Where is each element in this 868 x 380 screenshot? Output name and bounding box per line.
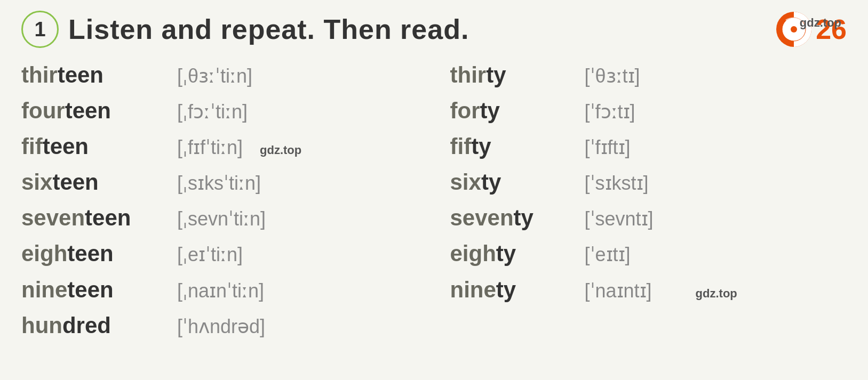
word-plain-forty: for <box>450 98 480 123</box>
word-plain-seventy: seven <box>450 205 514 230</box>
word-bold-sixty: ty <box>481 169 501 195</box>
header-text: Listen and repeat. Then read. <box>68 13 469 45</box>
word-eighty: eighty <box>450 236 573 271</box>
phonetic-thirteen: [ˌθɜːˈtiːn] <box>177 61 252 91</box>
watermark-bottom-right: gdz.top <box>696 285 737 303</box>
word-row-fifty: fifty [ˈfɪftɪ] <box>450 129 847 164</box>
phonetic-forty: [ˈfɔːtɪ] <box>585 97 635 127</box>
word-bold-seventeen: teen <box>85 205 131 230</box>
phonetic-nineteen: [ˌnaɪnˈtiːn] <box>177 276 264 306</box>
word-row-forty: forty [ˈfɔːtɪ] <box>450 93 847 128</box>
word-bold-eighty: ty <box>496 241 516 266</box>
word-row-sixty: sixty [ˈsɪkstɪ] <box>450 165 847 199</box>
phonetic-seventy: [ˈsevntɪ] <box>585 204 654 234</box>
word-row-nineteen: nineteen [ˌnaɪnˈtiːn] <box>21 272 418 307</box>
phonetic-fourteen: [ˌfɔːˈtiːn] <box>177 97 248 127</box>
word-thirteen: thirteen <box>21 58 165 92</box>
word-plain-fourteen: four <box>21 98 65 123</box>
phonetic-fifteen: [ˌfɪfˈtiːn] <box>177 133 243 163</box>
word-plain-sixteen: six <box>21 169 52 195</box>
word-row-thirteen: thirteen [ˌθɜːˈtiːn] <box>21 58 418 92</box>
svg-point-3 <box>791 26 797 33</box>
word-plain-eighty: eigh <box>450 241 496 266</box>
word-bold-fifty: ty <box>471 134 491 159</box>
word-plain-fifty: fif <box>450 134 472 159</box>
word-row-sixteen: sixteen [ˌsɪksˈtiːn] <box>21 165 418 199</box>
page-container: 1 Listen and repeat. Then read. 26 gdz.t… <box>21 11 847 343</box>
word-row-eighteen: eighteen [ˌeɪˈtiːn] <box>21 236 418 271</box>
word-row-thirty: thirty [ˈθɜːtɪ] <box>450 58 847 92</box>
word-fifty: fifty <box>450 129 573 164</box>
watermark-middle-left: gdz.top <box>260 141 301 159</box>
word-bold-thirty: ty <box>486 62 506 87</box>
word-bold-forty: ty <box>480 98 500 123</box>
word-bold-ninety: ty <box>496 277 516 302</box>
phonetic-thirty: [ˈθɜːtɪ] <box>585 61 640 91</box>
word-bold-sixteen: teen <box>52 169 98 195</box>
word-plain-thirty: thir <box>450 62 487 87</box>
phonetic-hundred: [ˈhʌndrəd] <box>177 312 265 342</box>
word-row-hundred: hundred [ˈhʌndrəd] <box>21 308 418 343</box>
phonetic-sixteen: [ˌsɪksˈtiːn] <box>177 168 261 198</box>
word-seventeen: seventeen <box>21 200 165 235</box>
left-words-column: thirteen [ˌθɜːˈtiːn] fourteen [ˌfɔːˈtiːn… <box>21 58 418 343</box>
word-row-seventeen: seventeen [ˌsevnˈtiːn] <box>21 200 418 235</box>
word-eighteen: eighteen <box>21 236 165 271</box>
phonetic-fifty: [ˈfɪftɪ] <box>585 133 631 163</box>
word-plain-ninety: nine <box>450 277 496 302</box>
word-plain-seventeen: seven <box>21 205 85 230</box>
word-plain-sixty: six <box>450 169 481 195</box>
header-row: 1 Listen and repeat. Then read. 26 <box>21 11 847 48</box>
phonetic-sixty: [ˈsɪkstɪ] <box>585 168 649 198</box>
word-row-seventy: seventy [ˈsevntɪ] <box>450 200 847 235</box>
word-bold-nineteen: teen <box>67 277 113 302</box>
word-ninety: ninety <box>450 272 573 307</box>
word-plain-fifteen: fif <box>21 134 43 159</box>
word-forty: forty <box>450 93 573 128</box>
word-row-fourteen: fourteen [ˌfɔːˈtiːn] <box>21 93 418 128</box>
phonetic-ninety: [ˈnaɪntɪ] <box>585 276 652 306</box>
word-row-eighty: eighty [ˈeɪtɪ] <box>450 236 847 271</box>
phonetic-eighty: [ˈeɪtɪ] <box>585 240 631 270</box>
word-sixty: sixty <box>450 165 573 199</box>
word-plain-hundred: hun <box>21 313 62 338</box>
exercise-number: 1 <box>34 18 45 41</box>
word-bold-fifteen: teen <box>43 134 89 159</box>
word-nineteen: nineteen <box>21 272 165 307</box>
right-words-column: thirty [ˈθɜːtɪ] forty [ˈfɔːtɪ] fifty [ˈf… <box>418 58 847 343</box>
word-seventy: seventy <box>450 200 573 235</box>
word-plain-eighteen: eigh <box>21 241 67 266</box>
word-thirty: thirty <box>450 58 573 92</box>
word-row-ninety: ninety [ˈnaɪntɪ] gdz.top <box>450 272 847 307</box>
word-bold-hundred: dred <box>62 313 111 338</box>
word-fifteen: fifteen <box>21 129 165 164</box>
word-bold-seventy: ty <box>514 205 533 230</box>
word-sixteen: sixteen <box>21 165 165 199</box>
phonetic-eighteen: [ˌeɪˈtiːn] <box>177 240 243 270</box>
word-bold-thirteen: teen <box>58 62 103 87</box>
words-section: thirteen [ˌθɜːˈtiːn] fourteen [ˌfɔːˈtiːn… <box>21 58 847 343</box>
word-bold-eighteen: teen <box>67 241 113 266</box>
word-plain-nineteen: nine <box>21 277 67 302</box>
word-plain-thirteen: thir <box>21 62 58 87</box>
phonetic-seventeen: [ˌsevnˈtiːn] <box>177 204 266 234</box>
watermark-top-right: gdz.top <box>800 16 841 30</box>
exercise-number-circle: 1 <box>21 11 59 48</box>
word-fourteen: fourteen <box>21 93 165 128</box>
word-row-fifteen: fifteen [ˌfɪfˈtiːn] gdz.top <box>21 129 418 164</box>
word-hundred: hundred <box>21 308 165 343</box>
word-bold-fourteen: teen <box>65 98 111 123</box>
